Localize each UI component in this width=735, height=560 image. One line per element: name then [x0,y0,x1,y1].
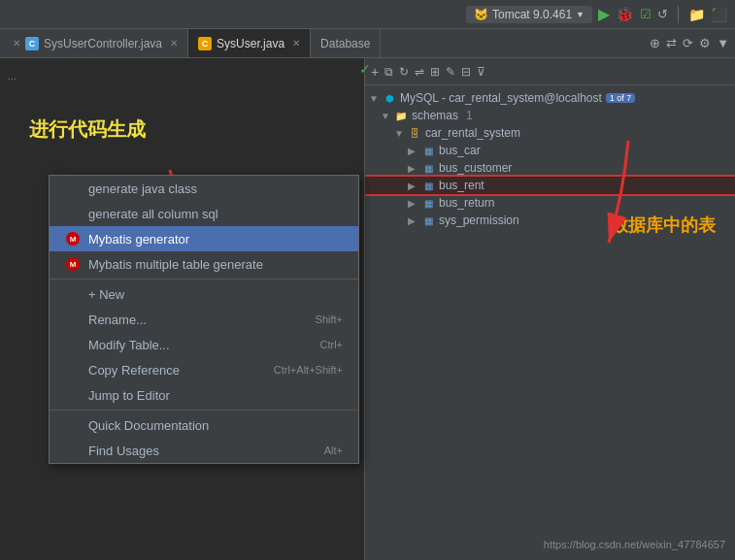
db-settings-icon[interactable]: ⚙ [699,36,711,50]
menu-divider-2 [50,410,358,411]
table-bus-car[interactable]: ▶ ▦ bus_car [365,142,735,159]
menu-new[interactable]: + New [50,281,358,307]
db-toolbar-edit[interactable]: ✎ [446,65,455,79]
connection-badge: 1 of 7 [606,93,636,103]
arrow-right [589,136,648,255]
table-name-sys-perm: sys_permission [439,214,519,227]
tab-close-icon[interactable]: ✕ [13,38,20,49]
menu-modify-table[interactable]: Modify Table... Ctrl+ [50,332,358,357]
db-add-icon[interactable]: ⊕ [650,36,660,50]
db-toolbar-grid[interactable]: ⊞ [430,65,440,79]
schemas-count: 1 [466,109,473,122]
table-name-bus-return: bus_return [439,196,494,210]
menu-quick-doc[interactable]: Quick Documentation [50,412,358,438]
menu-divider-1 [50,279,358,280]
menu-label-jump: Jump to Editor [88,388,170,403]
menu-icon-sql [65,206,81,221]
menu-copy-ref[interactable]: Copy Reference Ctrl+Alt+Shift+ [50,357,358,382]
db-refresh-icon[interactable]: ⇄ [666,36,677,50]
schemas-label: schemas [412,109,458,122]
db-toolbar-refresh[interactable]: ↻ [399,65,409,79]
mysql-icon: ⬢ [383,91,396,105]
menu-label-generate-sql: generate all column sql [88,207,218,221]
chevron-icon: ▼ [369,93,379,104]
menu-rename[interactable]: Rename... Shift+ [50,307,358,332]
table-name-bus-car: bus_car [439,144,481,157]
annotation-text-left: 进行代码生成 [29,118,146,140]
green-checkmark: ✓ [359,61,371,77]
table-bus-customer[interactable]: ▶ ▦ bus_customer [365,159,735,177]
menu-label-generate-java: generate java class [88,181,197,196]
menu-shortcut-find: Alt+ [324,445,343,456]
schemas-item[interactable]: ▼ 📁 schemas 1 [365,107,735,124]
chevron-bus-return: ▶ [408,198,418,209]
tab-label: SysUserController.java [44,37,162,50]
context-menu: generate java class generate all column … [49,175,359,464]
tab-sysuser[interactable]: C SysUser.java ✕ [188,29,311,57]
table-name-bus-rent: bus_rent [439,179,484,192]
chevron-db: ▼ [394,128,404,139]
dropdown-icon: ▼ [576,10,585,19]
table-bus-rent[interactable]: ▶ ▦ bus_rent [365,177,735,194]
table-icon-bus-rent: ▦ [421,179,435,192]
db-connection-item[interactable]: ▼ ⬢ MySQL - car_rental_system@localhost … [365,89,735,107]
menu-icon-find [65,443,81,458]
tab-close-btn[interactable]: ✕ [170,38,178,49]
chevron-bus-customer: ▶ [408,163,418,174]
settings-icon[interactable]: ⬛ [711,7,727,22]
db-tab-label: Database [320,37,370,50]
menu-mybatis-multiple[interactable]: M Mybatis multiple table generate [50,251,358,277]
menu-shortcut-rename: Shift+ [316,313,343,325]
table-icon-bus-car: ▦ [421,144,435,157]
folder-icon[interactable]: 📁 [688,7,705,22]
menu-label-modify: Modify Table... [88,338,170,352]
play-button[interactable]: ▶ [598,5,610,23]
tab-database[interactable]: Database [311,29,381,57]
profile-icon[interactable]: ↺ [657,7,668,21]
db-filter-icon[interactable]: ▼ [717,36,729,50]
connection-label: MySQL - car_rental_system@localhost [400,91,602,105]
table-icon-sys-perm: ▦ [421,214,435,227]
tomcat-config[interactable]: 🐱 Tomcat 9.0.461 ▼ [466,6,592,23]
menu-label-doc: Quick Documentation [88,418,209,433]
db-schema-icon: 🗄 [408,126,421,140]
chevron-sys-perm: ▶ [408,215,418,226]
db-toolbar-sync[interactable]: ⇌ [415,65,424,79]
menu-generate-sql[interactable]: generate all column sql [50,201,358,226]
menu-icon-jump [65,387,81,403]
java-file-icon: C [25,37,39,50]
db-toolbar-add[interactable]: + [371,64,379,80]
db-toolbar-filter[interactable]: ⊽ [477,65,485,79]
menu-shortcut-modify: Ctrl+ [319,339,343,350]
menu-icon-doc [65,417,81,433]
menu-icon-mybatis: M [65,231,81,247]
menu-shortcut-copy: Ctrl+Alt+Shift+ [274,364,343,376]
debug-icon[interactable]: 🐞 [616,6,634,23]
chevron-bus-rent: ▶ [408,181,418,191]
menu-generate-java[interactable]: generate java class [50,176,358,201]
db-toolbar-console[interactable]: ⊟ [461,65,471,79]
menu-icon-modify [65,337,81,352]
db-toolbar-copy[interactable]: ⧉ [384,65,393,79]
db-panel-toolbar: + ⧉ ↻ ⇌ ⊞ ✎ ⊟ ⊽ [365,58,735,85]
table-bus-return[interactable]: ▶ ▦ bus_return [365,194,735,212]
menu-icon-copy [65,362,81,378]
menu-mybatis-generator[interactable]: M Mybatis generator [50,226,358,251]
tomcat-icon: 🐱 [474,8,488,21]
db-tree: ▼ ⬢ MySQL - car_rental_system@localhost … [365,85,735,233]
db-car-rental[interactable]: ▼ 🗄 car_rental_system [365,124,735,142]
tab-close-btn-2[interactable]: ✕ [292,38,300,49]
tomcat-label: Tomcat 9.0.461 [492,8,572,21]
db-name-label: car_rental_system [425,126,520,140]
menu-label-mybatis-multi: Mybatis multiple table generate [88,257,263,272]
menu-icon-java [65,181,81,196]
coverage-icon[interactable]: ☑ [640,7,651,21]
menu-find-usages[interactable]: Find Usages Alt+ [50,438,358,463]
tab-sysuser-controller[interactable]: ✕ C SysUserController.java ✕ [0,29,188,57]
menu-label-mybatis: Mybatis generator [88,232,189,247]
menu-label-rename: Rename... [88,313,147,327]
chevron-schemas: ▼ [381,111,390,121]
editor-content: ... [8,66,356,87]
menu-jump-editor[interactable]: Jump to Editor [50,382,358,408]
db-sync-icon[interactable]: ⟳ [683,36,693,50]
